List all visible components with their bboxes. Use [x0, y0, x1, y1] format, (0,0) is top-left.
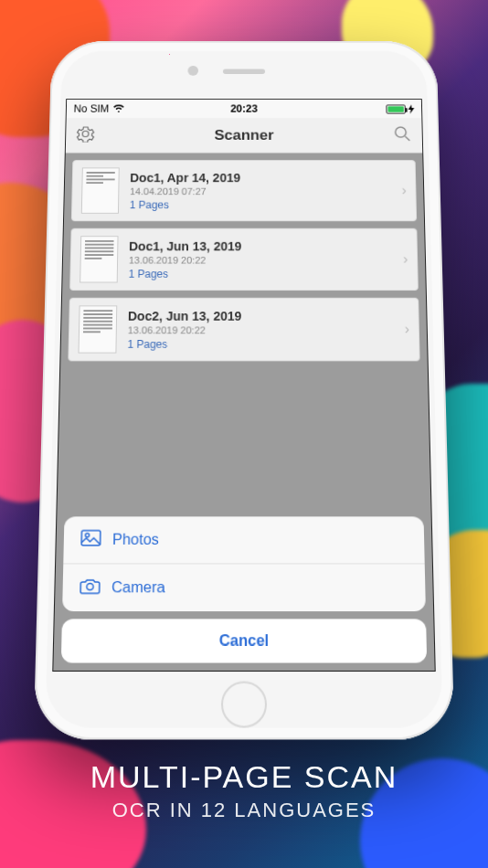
document-list: Doc1, Apr 14, 2019 14.04.2019 07:27 1 Pa…: [60, 153, 428, 376]
status-time: 20:23: [230, 103, 258, 115]
wifi-icon: [112, 103, 125, 115]
svg-line-1: [405, 136, 409, 141]
document-title: Doc1, Apr 14, 2019: [130, 171, 390, 185]
document-row[interactable]: Doc2, Jun 13, 2019 13.06.2019 20:22 1 Pa…: [68, 298, 419, 362]
chevron-right-icon: ›: [403, 251, 408, 267]
phone-front-camera: [187, 66, 198, 76]
cancel-label: Cancel: [219, 632, 269, 649]
photo-icon: [80, 530, 101, 550]
svg-rect-2: [81, 531, 101, 545]
document-title: Doc1, Jun 13, 2019: [129, 239, 392, 253]
action-sheet-label: Photos: [112, 532, 159, 548]
battery-icon: [386, 104, 414, 113]
action-sheet-photos[interactable]: Photos: [63, 516, 424, 564]
search-icon[interactable]: [394, 125, 412, 145]
phone-speaker: [223, 69, 265, 74]
svg-point-3: [85, 534, 89, 537]
document-row[interactable]: Doc1, Apr 14, 2019 14.04.2019 07:27 1 Pa…: [71, 160, 417, 221]
camera-icon: [80, 577, 101, 598]
document-thumbnail: [79, 305, 118, 353]
document-pages: 1 Pages: [129, 268, 393, 280]
settings-icon[interactable]: [77, 125, 95, 145]
svg-point-0: [396, 127, 407, 137]
document-title: Doc2, Jun 13, 2019: [128, 309, 394, 323]
action-sheet-camera[interactable]: Camera: [62, 564, 426, 611]
document-row[interactable]: Doc1, Jun 13, 2019 13.06.2019 20:22 1 Pa…: [69, 228, 419, 291]
chevron-right-icon: ›: [401, 183, 407, 198]
marketing-copy: MULTI-PAGE SCAN OCR IN 12 LANGUAGES: [0, 759, 488, 822]
document-date: 14.04.2019 07:27: [130, 185, 391, 196]
document-date: 13.06.2019 20:22: [128, 324, 394, 335]
document-thumbnail: [80, 236, 118, 282]
chevron-right-icon: ›: [404, 322, 409, 337]
action-sheet-label: Camera: [111, 579, 165, 597]
document-pages: 1 Pages: [127, 338, 394, 351]
status-bar: No SIM 20:23: [67, 100, 422, 118]
phone-screen: No SIM 20:23 Scanner: [52, 99, 436, 672]
status-carrier: No SIM: [73, 103, 109, 115]
document-pages: 1 Pages: [130, 198, 391, 210]
action-sheet-cancel[interactable]: Cancel: [61, 619, 427, 662]
nav-title: Scanner: [214, 127, 273, 143]
document-date: 13.06.2019 20:22: [129, 255, 393, 265]
marketing-subline: OCR IN 12 LANGUAGES: [0, 799, 488, 822]
phone-home-button: [221, 682, 267, 728]
svg-point-4: [87, 584, 93, 590]
phone-mockup: No SIM 20:23 Scanner: [34, 41, 455, 740]
action-sheet: Photos Camera Cancel: [61, 516, 427, 662]
document-thumbnail: [81, 167, 120, 213]
nav-bar: Scanner: [66, 118, 422, 153]
marketing-headline: MULTI-PAGE SCAN: [0, 759, 488, 795]
